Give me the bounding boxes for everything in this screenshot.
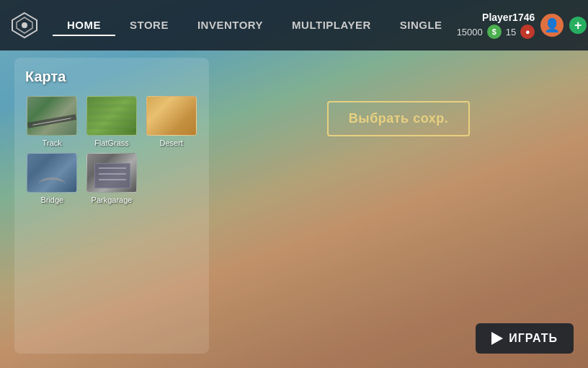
building-decoration	[94, 163, 130, 188]
select-save-area: Выбрать сохр.	[223, 58, 574, 317]
map-thumb-desert	[146, 96, 197, 136]
map-label-desert: Desert	[159, 139, 182, 147]
map-thumb-track	[27, 96, 77, 136]
map-label-track: Track	[43, 139, 62, 147]
currency-green-amount: 15000	[457, 27, 483, 38]
add-currency-button[interactable]: +	[569, 17, 587, 34]
play-button[interactable]: ИГРАТЬ	[476, 323, 574, 354]
map-thumb-flatgrass	[86, 96, 137, 136]
play-button-label: ИГРАТЬ	[509, 332, 558, 345]
map-panel: Карта Track FlatGrass Desert Bridge	[14, 58, 209, 354]
green-coin-icon: $	[487, 25, 502, 39]
grass-decoration	[87, 97, 136, 135]
red-coin-icon: ●	[520, 25, 535, 39]
map-thumb-bridge	[27, 153, 77, 193]
nav-home[interactable]: HOME	[53, 15, 115, 36]
nav-store[interactable]: STORE	[115, 15, 183, 36]
svg-point-2	[22, 22, 27, 28]
map-item-flatgrass[interactable]: FlatGrass	[85, 96, 139, 147]
track-road-decoration	[27, 114, 76, 128]
nav-multiplayer[interactable]: MULTIPLAYER	[277, 15, 386, 36]
nav-inventory[interactable]: INVENTORY	[183, 15, 277, 36]
map-label-flatgrass: FlatGrass	[94, 139, 129, 147]
map-label-bridge: Bridge	[40, 196, 63, 204]
bridge-arch-decoration	[38, 178, 66, 192]
map-item-track[interactable]: Track	[25, 96, 79, 147]
map-label-parkgarage: Parkgarage	[92, 196, 133, 204]
nav-single[interactable]: SINGLE	[386, 15, 457, 36]
select-save-button[interactable]: Выбрать сохр.	[327, 101, 470, 136]
username: Player1746	[482, 12, 535, 23]
navbar: HOME STORE INVENTORY MULTIPLAYER SINGLE …	[0, 0, 588, 51]
map-item-bridge[interactable]: Bridge	[25, 153, 79, 204]
map-grid: Track FlatGrass Desert Bridge Parkga	[25, 96, 198, 204]
map-item-parkgarage[interactable]: Parkgarage	[85, 153, 139, 204]
map-thumb-parkgarage	[86, 153, 137, 193]
panel-title: Карта	[25, 69, 198, 85]
play-triangle-icon	[491, 332, 503, 345]
user-section: Player1746 15000 $ 15 ● 👤 +	[457, 12, 587, 39]
currency-bar: 15000 $ 15 ●	[457, 25, 535, 39]
play-button-container: ИГРАТЬ	[476, 323, 574, 354]
logo-icon	[11, 12, 38, 39]
user-avatar-icon[interactable]: 👤	[540, 14, 564, 37]
currency-red-amount: 15	[506, 27, 516, 38]
nav-links: HOME STORE INVENTORY MULTIPLAYER SINGLE	[53, 15, 457, 36]
map-item-desert[interactable]: Desert	[144, 96, 198, 147]
